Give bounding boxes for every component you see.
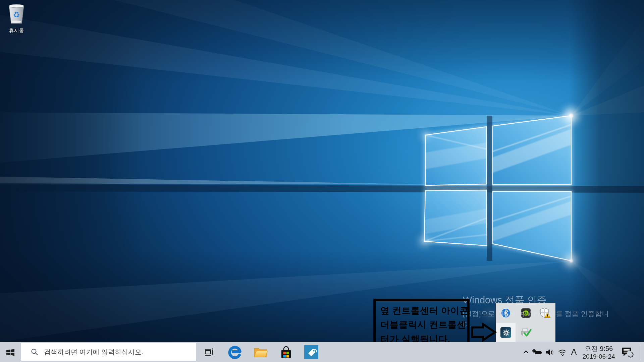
file-explorer-icon bbox=[254, 347, 268, 358]
ime-letter: A bbox=[571, 347, 577, 358]
annotation-line-1: 옆 컨트롤센터 아이콘 bbox=[380, 305, 469, 317]
taskbar: A 오전 9:56 2019-06-24 bbox=[0, 342, 644, 362]
clock-time: 오전 9:56 bbox=[585, 345, 613, 353]
file-explorer-button[interactable] bbox=[251, 342, 270, 362]
taskbar-clock[interactable]: 오전 9:56 2019-06-24 bbox=[582, 342, 615, 362]
action-center-button[interactable] bbox=[619, 342, 635, 362]
windows-start-icon bbox=[6, 348, 15, 357]
svg-text:♻: ♻ bbox=[13, 10, 20, 19]
edge-button[interactable] bbox=[225, 342, 245, 362]
start-button[interactable] bbox=[0, 342, 21, 362]
battery-charging-icon bbox=[532, 348, 543, 356]
logo-glow bbox=[362, 54, 644, 322]
logo-cross-gap bbox=[487, 116, 492, 261]
show-desktop-separator[interactable] bbox=[641, 344, 641, 360]
nvidia-settings-icon bbox=[521, 308, 531, 318]
taskbar-search-box[interactable] bbox=[21, 343, 196, 361]
search-input[interactable] bbox=[43, 348, 192, 356]
volume-icon bbox=[545, 348, 554, 357]
control-center-icon bbox=[500, 327, 512, 338]
volume-button[interactable] bbox=[544, 342, 555, 362]
defender-warning-icon bbox=[539, 307, 551, 319]
recycle-bin-icon: ♻ bbox=[6, 3, 27, 25]
wifi-icon bbox=[558, 348, 567, 357]
annotation-box: 옆 컨트롤센터 아이콘 더블클릭시 컨트롤센 터가 실행됩니다. bbox=[373, 299, 470, 345]
task-view-icon bbox=[204, 347, 214, 358]
edge-icon bbox=[228, 345, 243, 360]
bluetooth-icon bbox=[501, 308, 511, 318]
tray-overflow-item[interactable] bbox=[496, 303, 516, 323]
tray-overflow-popup bbox=[496, 303, 555, 343]
tray-overflow-item[interactable] bbox=[516, 303, 536, 323]
tag-app-button[interactable] bbox=[302, 342, 321, 362]
ime-mode-button[interactable]: A bbox=[568, 342, 580, 362]
battery-button[interactable] bbox=[531, 342, 543, 362]
recycle-bin-shortcut[interactable]: ♻ 휴지통 bbox=[5, 3, 28, 35]
task-view-button[interactable] bbox=[199, 342, 219, 362]
action-center-icon bbox=[621, 346, 634, 358]
clock-date: 2019-06-24 bbox=[582, 353, 615, 360]
hidden-icons-button[interactable] bbox=[521, 342, 531, 362]
tray-overflow-item-control-center[interactable] bbox=[496, 323, 516, 342]
wifi-button[interactable] bbox=[557, 342, 568, 362]
microsoft-store-button[interactable] bbox=[276, 342, 296, 362]
annotation-line-2: 더블클릭시 컨트롤센 bbox=[380, 319, 466, 331]
safely-remove-hardware-icon bbox=[520, 327, 532, 338]
tray-overflow-item[interactable] bbox=[516, 323, 536, 342]
hidden-icons-chevron bbox=[522, 349, 530, 356]
recycle-bin-label: 휴지통 bbox=[5, 27, 28, 34]
tray-overflow-item[interactable] bbox=[535, 303, 555, 323]
tag-app-icon bbox=[304, 345, 318, 359]
microsoft-store-icon bbox=[279, 345, 293, 359]
search-icon bbox=[31, 348, 39, 356]
right-block-arrow bbox=[470, 322, 497, 343]
